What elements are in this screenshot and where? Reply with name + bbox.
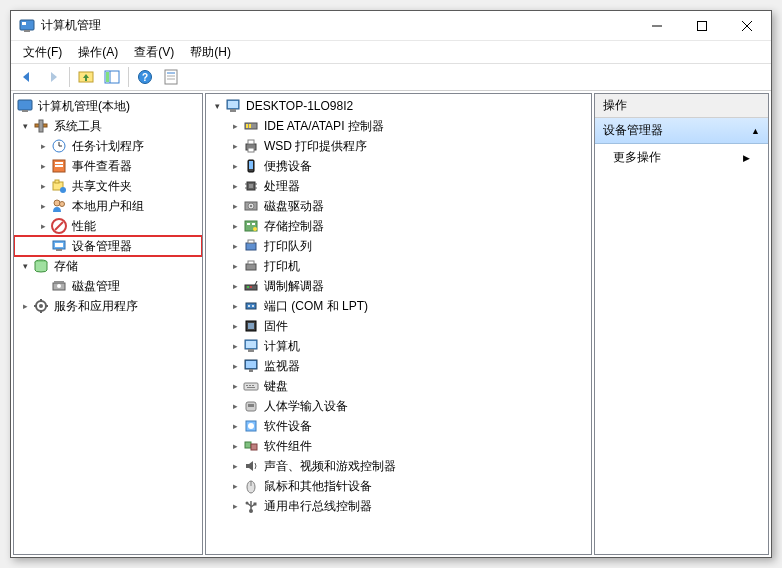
- close-button[interactable]: [724, 12, 769, 40]
- device-category[interactable]: ▸固件: [206, 316, 591, 336]
- tree-label: 声音、视频和游戏控制器: [262, 457, 398, 476]
- show-hide-tree-button[interactable]: [100, 65, 124, 89]
- actions-category[interactable]: 设备管理器 ▲: [595, 118, 768, 144]
- expander-icon[interactable]: ▸: [228, 379, 242, 393]
- svg-rect-85: [249, 369, 253, 372]
- tree-label: IDE ATA/ATAPI 控制器: [262, 117, 386, 136]
- expander-icon[interactable]: ▸: [228, 459, 242, 473]
- expander-icon[interactable]: ▸: [228, 399, 242, 413]
- svg-rect-26: [55, 165, 63, 167]
- expander-icon[interactable]: ▾: [18, 259, 32, 273]
- device-category[interactable]: ▸IDE ATA/ATAPI 控制器: [206, 116, 591, 136]
- expander-icon[interactable]: ▸: [228, 159, 242, 173]
- device-category[interactable]: ▸人体学输入设备: [206, 396, 591, 416]
- expander-icon[interactable]: ▸: [228, 199, 242, 213]
- tree-label: 设备管理器: [70, 237, 134, 256]
- expander-icon[interactable]: ▸: [228, 139, 242, 153]
- device-category[interactable]: ▸打印队列: [206, 236, 591, 256]
- tree-label: 存储控制器: [262, 217, 326, 236]
- menu-file[interactable]: 文件(F): [15, 42, 70, 63]
- window-title: 计算机管理: [41, 17, 634, 34]
- expander-icon[interactable]: ▸: [228, 219, 242, 233]
- firmware-icon: [243, 318, 259, 334]
- device-category[interactable]: ▸通用串行总线控制器: [206, 496, 591, 516]
- device-tree: ▾DESKTOP-1LO98I2▸IDE ATA/ATAPI 控制器▸WSD 打…: [206, 94, 591, 518]
- expander-icon[interactable]: ▸: [228, 439, 242, 453]
- tree-label: 通用串行总线控制器: [262, 497, 374, 516]
- device-category[interactable]: ▸计算机: [206, 336, 591, 356]
- services-icon: [33, 298, 49, 314]
- expander-icon[interactable]: ▸: [228, 119, 242, 133]
- properties-button[interactable]: [159, 65, 183, 89]
- tree-item-users[interactable]: ▸本地用户和组: [14, 196, 202, 216]
- device-category[interactable]: ▸打印机: [206, 256, 591, 276]
- maximize-button[interactable]: [679, 12, 724, 40]
- expander-icon[interactable]: ▸: [18, 299, 32, 313]
- expander-icon[interactable]: ▾: [18, 119, 32, 133]
- svg-rect-68: [248, 240, 254, 243]
- forward-button[interactable]: [41, 65, 65, 89]
- tree-section[interactable]: ▾存储: [14, 256, 202, 276]
- device-category[interactable]: ▸便携设备: [206, 156, 591, 176]
- expander-icon[interactable]: ▸: [228, 239, 242, 253]
- expander-icon[interactable]: ▸: [36, 199, 50, 213]
- back-button[interactable]: [15, 65, 39, 89]
- minimize-button[interactable]: [634, 12, 679, 40]
- menu-action[interactable]: 操作(A): [70, 42, 126, 63]
- expander-icon[interactable]: ▸: [228, 479, 242, 493]
- expander-icon[interactable]: ▸: [36, 139, 50, 153]
- help-button[interactable]: ?: [133, 65, 157, 89]
- up-button[interactable]: [74, 65, 98, 89]
- tree-section[interactable]: ▾系统工具: [14, 116, 202, 136]
- ide-icon: [243, 118, 259, 134]
- tree-root[interactable]: 计算机管理(本地): [14, 96, 202, 116]
- tree-item-clock[interactable]: ▸任务计划程序: [14, 136, 202, 156]
- svg-rect-87: [246, 385, 248, 386]
- device-category[interactable]: ▸磁盘驱动器: [206, 196, 591, 216]
- tree-item-event[interactable]: ▸事件查看器: [14, 156, 202, 176]
- device-category[interactable]: ▸端口 (COM 和 LPT): [206, 296, 591, 316]
- expander-icon[interactable]: ▸: [228, 259, 242, 273]
- expander-icon[interactable]: ▾: [210, 99, 224, 113]
- expander-icon[interactable]: ▸: [228, 359, 242, 373]
- expander-icon[interactable]: ▸: [228, 499, 242, 513]
- monitor-icon: [243, 358, 259, 374]
- actions-more[interactable]: 更多操作 ▶: [595, 144, 768, 171]
- expander-icon[interactable]: ▸: [228, 279, 242, 293]
- tree-item-perf[interactable]: ▸性能: [14, 216, 202, 236]
- tree-item-shared[interactable]: ▸共享文件夹: [14, 176, 202, 196]
- tree-label: 打印队列: [262, 237, 314, 256]
- device-category[interactable]: ▸调制解调器: [206, 276, 591, 296]
- svg-rect-10: [106, 72, 109, 82]
- svg-point-30: [54, 200, 60, 206]
- menu-view[interactable]: 查看(V): [126, 42, 182, 63]
- portable-icon: [243, 158, 259, 174]
- tree-section[interactable]: ▸服务和应用程序: [14, 296, 202, 316]
- device-root[interactable]: ▾DESKTOP-1LO98I2: [206, 96, 591, 116]
- expander-icon[interactable]: ▸: [228, 299, 242, 313]
- svg-rect-4: [697, 21, 706, 30]
- device-category[interactable]: ▸软件组件: [206, 436, 591, 456]
- menu-help[interactable]: 帮助(H): [182, 42, 239, 63]
- expander-icon[interactable]: ▸: [228, 419, 242, 433]
- expander-icon[interactable]: ▸: [228, 179, 242, 193]
- device-category[interactable]: ▸处理器: [206, 176, 591, 196]
- expander-icon[interactable]: ▸: [36, 179, 50, 193]
- svg-rect-51: [248, 148, 254, 152]
- device-category[interactable]: ▸WSD 打印提供程序: [206, 136, 591, 156]
- device-category[interactable]: ▸软件设备: [206, 416, 591, 436]
- expander-icon[interactable]: ▸: [36, 159, 50, 173]
- tree-item-device[interactable]: 设备管理器: [14, 236, 202, 256]
- tree-item-disk[interactable]: 磁盘管理: [14, 276, 202, 296]
- device-category[interactable]: ▸鼠标和其他指针设备: [206, 476, 591, 496]
- expander-icon[interactable]: ▸: [228, 319, 242, 333]
- tree-label: 鼠标和其他指针设备: [262, 477, 374, 496]
- svg-rect-81: [246, 341, 256, 348]
- expander-icon[interactable]: ▸: [228, 339, 242, 353]
- svg-point-39: [57, 284, 61, 288]
- device-category[interactable]: ▸监视器: [206, 356, 591, 376]
- device-category[interactable]: ▸声音、视频和游戏控制器: [206, 456, 591, 476]
- expander-icon[interactable]: ▸: [36, 219, 50, 233]
- device-category[interactable]: ▸存储控制器: [206, 216, 591, 236]
- device-category[interactable]: ▸键盘: [206, 376, 591, 396]
